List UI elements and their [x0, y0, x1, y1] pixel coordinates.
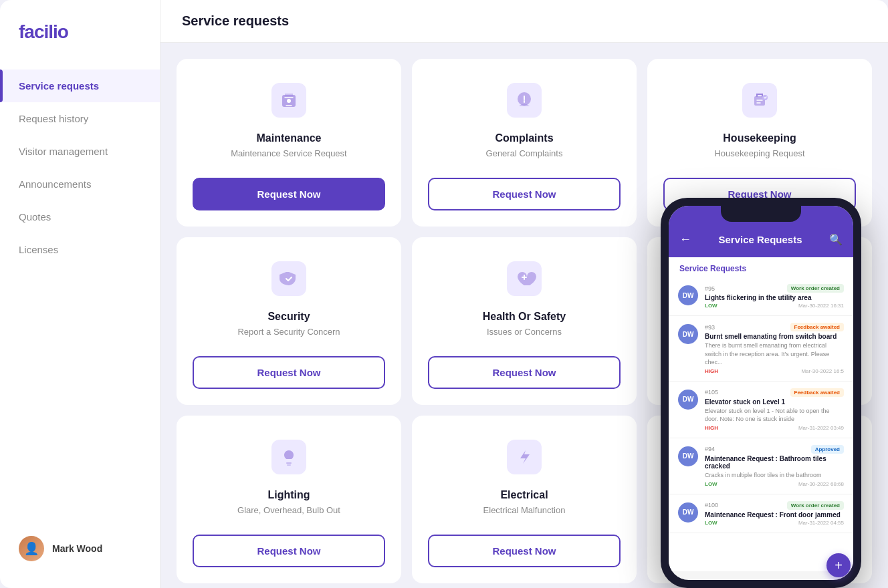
phone-item-title: Maintenance Request : Bathroom tiles cra… — [705, 455, 844, 470]
complaints-icon — [504, 80, 544, 120]
phone-item-badge: Work order created — [787, 284, 844, 293]
sidebar-item-visitor-management[interactable]: Visitor management — [0, 135, 160, 168]
phone-list-item[interactable]: DW #94 Approved Maintenance Request : Ba… — [669, 438, 853, 494]
card-subtitle-health-or-safety: Issues or Concerns — [487, 327, 562, 340]
user-profile[interactable]: 👤 Mark Wood — [0, 525, 160, 572]
phone-item-priority: HIGH — [705, 425, 718, 431]
card-subtitle-security: Report a Security Concern — [237, 327, 340, 340]
card-subtitle-lighting: Glare, Overhead, Bulb Out — [237, 505, 340, 519]
phone-item-avatar: DW — [678, 285, 698, 305]
phone-item-id: #94 — [705, 446, 715, 452]
security-icon — [269, 259, 309, 299]
phone-item-row1: #93 Feedback awaited — [705, 323, 844, 331]
phone-item-content: #93 Feedback awaited Burnt smell emanati… — [705, 323, 844, 374]
phone-item-desc: Cracks in multiple floor tiles in the ba… — [705, 471, 844, 480]
phone-list-item[interactable]: DW #95 Work order created Lights flicker… — [669, 277, 853, 316]
phone-item-badge: Feedback awaited — [790, 323, 844, 331]
phone-item-avatar: DW — [678, 324, 698, 344]
phone-item-badge: Feedback awaited — [790, 388, 844, 397]
phone-mockup: ← Service Requests 🔍 Service Requests DW… — [661, 198, 861, 588]
request-now-button-electrical[interactable]: Request Now — [428, 535, 621, 567]
health-or-safety-icon — [504, 259, 544, 299]
phone-item-content: #95 Work order created Lights flickering… — [705, 284, 844, 309]
phone-item-avatar: DW — [678, 446, 698, 466]
card-complaints: Complaints General Complaints Request No… — [412, 59, 637, 227]
card-subtitle-complaints: General Complaints — [486, 148, 563, 162]
phone-item-desc: Elevator stuck on level 1 - Not able to … — [705, 407, 844, 424]
card-title-housekeeping: Housekeeping — [723, 132, 796, 144]
card-electrical: Electrical Electrical Malfunction Reques… — [412, 416, 637, 583]
avatar: 👤 — [19, 536, 44, 561]
phone-list-item[interactable]: DW #93 Feedback awaited Burnt smell eman… — [669, 316, 853, 382]
phone-list-item[interactable]: DW #105 Feedback awaited Elevator stuck … — [669, 382, 853, 438]
phone-items-container: DW #95 Work order created Lights flicker… — [669, 277, 853, 533]
page-title: Service requests — [182, 13, 289, 28]
main-content: Service requests Maintenance Maintenance… — [160, 0, 888, 588]
card-health-or-safety: Health Or Safety Issues or Concerns Requ… — [412, 237, 637, 405]
phone-header-title: Service Requests — [718, 234, 802, 245]
card-title-health-or-safety: Health Or Safety — [483, 311, 566, 323]
phone-fab-button[interactable]: + — [826, 553, 851, 577]
card-subtitle-electrical: Electrical Malfunction — [483, 505, 566, 519]
phone-item-footer: HIGH Mar-31-2022 03:49 — [705, 425, 844, 431]
phone-item-title: Lights flickering in the utility area — [705, 294, 844, 301]
phone-item-id: #105 — [705, 389, 718, 396]
card-lighting: Lighting Glare, Overhead, Bulb Out Reque… — [177, 416, 401, 583]
phone-item-date: Mar-31-2022 04:55 — [798, 520, 844, 526]
phone-item-footer: LOW Mar-30-2022 68:68 — [705, 481, 844, 487]
phone-item-avatar: DW — [678, 390, 698, 410]
request-now-button-health-or-safety[interactable]: Request Now — [428, 356, 621, 389]
request-now-button-lighting[interactable]: Request Now — [193, 535, 385, 567]
phone-item-date: Mar-30-2022 16:31 — [798, 303, 844, 309]
phone-frame: ← Service Requests 🔍 Service Requests DW… — [661, 198, 861, 588]
svg-rect-15 — [286, 462, 292, 464]
phone-item-priority: LOW — [705, 303, 717, 309]
sidebar-item-licenses[interactable]: Licenses — [0, 233, 160, 266]
phone-list: Service Requests DW #95 Work order creat… — [669, 257, 853, 571]
phone-item-title: Maintenance Request : Front door jammed — [705, 511, 844, 519]
housekeeping-icon — [740, 80, 780, 120]
logo: facilio — [0, 21, 160, 69]
card-title-electrical: Electrical — [500, 489, 548, 501]
sidebar-item-announcements[interactable]: Announcements — [0, 168, 160, 200]
phone-item-row1: #95 Work order created — [705, 284, 844, 293]
phone-item-date: Mar-30-2022 68:68 — [798, 481, 844, 487]
request-now-button-maintenance[interactable]: Request Now — [193, 178, 385, 210]
phone-item-footer: LOW Mar-31-2022 04:55 — [705, 520, 844, 526]
svg-rect-16 — [287, 464, 291, 466]
electrical-icon — [504, 437, 544, 477]
phone-item-content: #105 Feedback awaited Elevator stuck on … — [705, 388, 844, 431]
phone-item-content: #94 Approved Maintenance Request : Bathr… — [705, 445, 844, 487]
phone-back-icon: ← — [679, 233, 691, 247]
phone-item-id: #100 — [705, 502, 718, 508]
lighting-icon — [269, 437, 309, 477]
logo-text: facilio — [19, 21, 68, 42]
user-name: Mark Wood — [52, 543, 102, 554]
phone-item-content: #100 Work order created Maintenance Requ… — [705, 501, 844, 526]
card-title-security: Security — [267, 311, 310, 323]
card-security: Security Report a Security Concern Reque… — [177, 237, 401, 405]
phone-item-avatar: DW — [678, 502, 698, 523]
request-now-button-complaints[interactable]: Request Now — [428, 178, 621, 210]
phone-item-id: #95 — [705, 285, 715, 292]
sidebar: facilio Service requests Request history… — [0, 0, 160, 588]
phone-item-priority: LOW — [705, 481, 717, 487]
content-wrapper: Maintenance Maintenance Service Request … — [177, 59, 872, 583]
phone-item-badge: Approved — [811, 445, 844, 454]
phone-item-row1: #94 Approved — [705, 445, 844, 454]
phone-screen: ← Service Requests 🔍 Service Requests DW… — [669, 206, 853, 580]
content-area: Maintenance Maintenance Service Request … — [160, 43, 888, 588]
phone-item-title: Elevator stuck on Level 1 — [705, 398, 844, 406]
request-now-button-security[interactable]: Request Now — [193, 356, 385, 389]
sidebar-item-request-history[interactable]: Request history — [0, 102, 160, 135]
sidebar-item-service-requests[interactable]: Service requests — [0, 69, 160, 102]
sidebar-item-quotes[interactable]: Quotes — [0, 200, 160, 233]
phone-search-icon: 🔍 — [829, 233, 843, 246]
phone-item-id: #93 — [705, 324, 715, 331]
phone-item-date: Mar-31-2022 03:49 — [798, 425, 844, 431]
phone-list-item[interactable]: DW #100 Work order created Maintenance R… — [669, 494, 853, 533]
svg-point-2 — [287, 99, 291, 103]
phone-item-footer: LOW Mar-30-2022 16:31 — [705, 303, 844, 309]
card-subtitle-maintenance: Maintenance Service Request — [231, 148, 346, 162]
phone-item-row1: #100 Work order created — [705, 501, 844, 510]
